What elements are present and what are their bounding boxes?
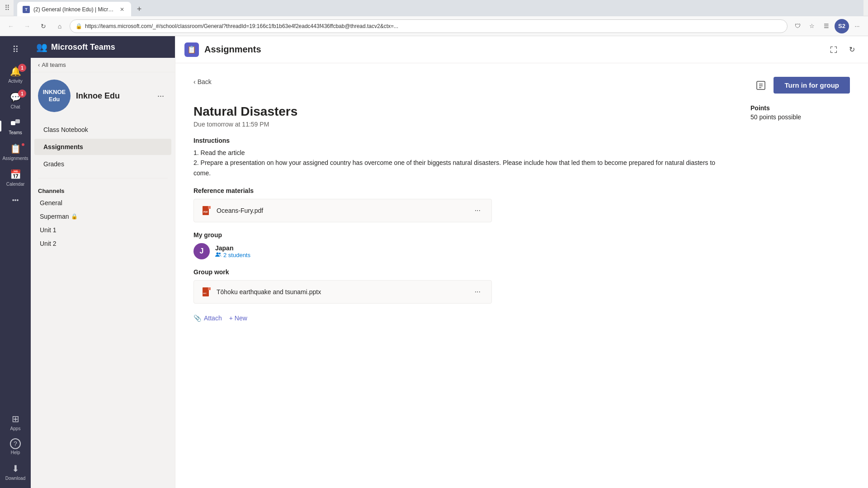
group-file-more-button[interactable]: ··· [471,286,484,298]
back-nav-button[interactable]: ← [5,20,17,33]
profile-button[interactable]: S2 [835,19,849,33]
svg-rect-7 [208,206,211,209]
svg-rect-1 [15,119,20,123]
sidebar-item-calendar[interactable]: 📅 Calendar [0,164,31,190]
channels-section: Channels General Superman 🔒 Unit 1 Unit … [31,182,175,250]
collections-icon[interactable]: ☰ [820,20,833,33]
sidebar-item-more[interactable]: ••• [0,190,31,210]
reference-file-more-button[interactable]: ··· [471,205,484,216]
reload-button[interactable]: ↻ [37,20,50,33]
channel-unit2-label: Unit 2 [40,240,57,247]
channel-superman-label: Superman [40,213,69,220]
expand-icon[interactable] [826,42,841,57]
channel-unit2[interactable]: Unit 2 [31,237,175,250]
all-teams-back[interactable]: ‹ All teams [31,58,175,72]
group-file-card: PPT Tōhoku earthquake and tsunami.pptx ·… [193,280,492,304]
sidebar-item-apps[interactable]: ⊞ Apps [0,409,31,435]
reference-file-card: PDF Oceans-Fury.pdf ··· [193,199,492,222]
refresh-icon[interactable]: ↻ [844,42,859,57]
sidebar-item-activity[interactable]: 1 🔔 Activity [0,61,31,87]
team-name: Inknoe Edu [76,91,120,101]
nav-assignments[interactable]: Assignments [34,139,171,155]
my-group-label: My group [193,231,732,239]
group-students: 2 students [215,252,250,258]
turn-in-button[interactable]: Turn in for group [774,77,850,94]
rubric-icon[interactable] [754,78,768,93]
svg-rect-2 [757,81,765,89]
main-header-actions: ↻ [826,42,859,57]
divider [38,178,168,178]
channel-general[interactable]: General [31,196,175,210]
new-button[interactable]: + New [229,313,247,324]
browser-grid-icon[interactable]: ⠿ [5,4,10,12]
icon-sidebar: ⠿ 1 🔔 Activity 1 💬 Chat Teams 📋 Assign [0,36,31,488]
teams-app-name: Microsoft Teams [51,42,115,52]
team-info: INKNOE Edu Inknoe Edu ··· [31,72,175,119]
team-nav: Class Notebook Assignments Grades [31,119,175,174]
help-icon: ? [10,438,21,449]
nav-class-notebook[interactable]: Class Notebook [34,122,171,138]
nav-grades[interactable]: Grades [34,156,171,172]
tab-close-icon[interactable]: ✕ [118,6,126,13]
group-avatar: J [193,243,210,259]
tab-title: (2) General (Inknoe Edu) | Micros... [33,6,115,13]
assignment-detail: ‹ Back Turn in for group [175,63,868,488]
back-link[interactable]: ‹ Back [193,78,212,85]
attach-new-row: 📎 Attach + New [193,313,732,324]
svg-rect-11 [203,287,209,296]
attach-button[interactable]: 📎 Attach [193,313,222,324]
reference-file-name: Oceans-Fury.pdf [217,207,467,214]
svg-point-9 [217,253,219,255]
ref-materials-label: Reference materials [193,187,732,194]
browser-extension-icon[interactable]: 🛡 [791,20,804,33]
all-teams-label: All teams [42,61,66,68]
sidebar-item-assignments[interactable]: 📋 Assignments [0,139,31,164]
new-tab-button[interactable]: + [133,3,146,16]
channel-unit1-label: Unit 1 [40,226,57,234]
main-header-title: Assignments [204,44,261,55]
assignment-left: Natural Disasters Due tomorrow at 11:59 … [193,104,732,324]
sidebar-item-grid[interactable]: ⠿ [0,40,31,60]
detail-top-row: ‹ Back Turn in for group [193,77,850,94]
sidebar-teams-label: Teams [9,130,22,135]
assignment-main: Natural Disasters Due tomorrow at 11:59 … [193,104,850,324]
svg-point-10 [219,253,221,254]
points-value: 50 points possible [750,113,850,121]
main-content: 📋 Assignments ↻ ‹ Back [175,36,868,488]
more-icon: ••• [9,194,22,206]
teams-icon [9,117,22,129]
channel-superman[interactable]: Superman 🔒 [31,210,175,223]
address-bar[interactable]: 🔒 https://teams.microsoft.com/_#/school/… [70,19,788,33]
lock-icon: 🔒 [75,23,82,29]
sidebar-chat-label: Chat [10,104,20,109]
back-label: Back [198,78,212,85]
lock-icon: 🔒 [71,213,78,220]
instructions-text: 1. Read the article 2. Prepare a present… [193,148,732,178]
assignments-app-icon: 📋 [184,42,199,57]
svg-text:PPT: PPT [203,292,207,295]
active-tab[interactable]: T (2) General (Inknoe Edu) | Micros... ✕ [17,2,131,17]
attach-icon: 📎 [193,314,201,322]
svg-rect-12 [208,287,211,290]
group-card: J Japan 2 students [193,243,732,259]
instructions-label: Instructions [193,137,732,144]
browser-more-icon[interactable]: ··· [851,20,863,33]
channel-unit1[interactable]: Unit 1 [31,223,175,237]
sidebar-item-help[interactable]: ? Help [0,435,31,459]
svg-rect-0 [11,121,15,125]
sidebar-item-download[interactable]: ⬇ Download [0,459,31,484]
sidebar-download-label: Download [5,476,25,481]
sidebar-item-teams[interactable]: Teams [0,113,31,139]
group-info: Japan 2 students [215,244,250,258]
forward-nav-button[interactable]: → [21,20,33,33]
team-more-button[interactable]: ··· [154,89,168,103]
home-button[interactable]: ⌂ [53,20,66,33]
left-panel: 👥 Microsoft Teams ‹ All teams INKNOE Edu… [31,36,175,488]
team-avatar: INKNOE Edu [38,80,71,112]
teams-header-icon: 👥 [36,42,47,52]
sidebar-calendar-label: Calendar [6,182,25,187]
sidebar-item-chat[interactable]: 1 💬 Chat [0,87,31,113]
channel-general-label: General [40,199,62,206]
bookmark-icon[interactable]: ☆ [806,20,818,33]
group-name: Japan [215,244,250,252]
